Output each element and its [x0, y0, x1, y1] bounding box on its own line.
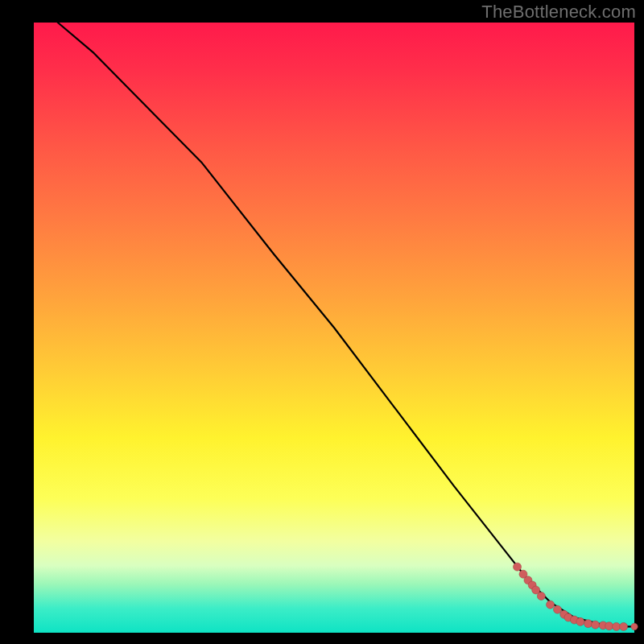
- data-points-group: [514, 563, 638, 630]
- data-point: [631, 623, 638, 630]
- data-point: [613, 622, 621, 630]
- data-point: [620, 622, 628, 630]
- data-point: [547, 601, 555, 609]
- bottleneck-curve: [58, 23, 634, 626]
- plot-area: [34, 23, 634, 633]
- data-point: [537, 592, 545, 601]
- data-point: [554, 605, 562, 613]
- data-point: [576, 617, 584, 625]
- data-point: [605, 622, 613, 630]
- data-point: [514, 563, 522, 571]
- watermark-text: TheBottleneck.com: [481, 2, 636, 23]
- plot-svg: [34, 23, 634, 633]
- chart-container: TheBottleneck.com: [0, 0, 644, 644]
- data-point: [592, 621, 600, 629]
- data-point: [584, 620, 592, 628]
